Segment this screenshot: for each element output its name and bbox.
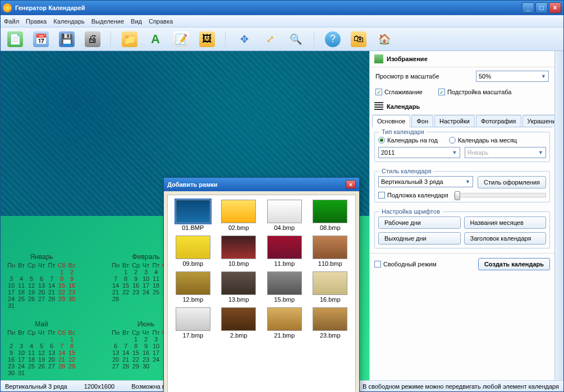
menu-view[interactable]: Вид xyxy=(131,18,142,25)
menu-file[interactable]: Файл xyxy=(4,18,19,25)
add-folder-icon[interactable]: 📁 xyxy=(122,31,137,47)
shop-icon[interactable]: 🛍 xyxy=(351,31,366,47)
status-dim: 1200x1600 xyxy=(84,383,114,390)
add-frames-dialog: Добавить рамки× 01.BMP02.bmp04.bmp08.bmp… xyxy=(163,177,360,392)
month-preview: МайПнВтСрЧтПтСбВс12345678910111213141516… xyxy=(6,320,77,376)
smoothing-checkbox[interactable]: ✓Сглаживание xyxy=(375,89,423,95)
tab-main[interactable]: Основное xyxy=(372,115,410,127)
workdays-button[interactable]: Рабочие дни xyxy=(378,216,461,229)
style-design-button[interactable]: Стиль оформления xyxy=(478,176,546,188)
new-calendar-icon[interactable]: 📅 xyxy=(33,31,49,47)
frame-thumb[interactable]: 08.bmp xyxy=(310,200,351,231)
thumb-label: 08.bmp xyxy=(320,224,341,231)
month-select: Январь▼ xyxy=(465,147,547,158)
title-bar: Генератор Календарей _ □ × xyxy=(1,1,563,15)
thumb-label: 110.bmp xyxy=(318,260,342,267)
close-button[interactable]: × xyxy=(549,2,561,13)
new-project-icon[interactable]: 📄 xyxy=(7,31,23,47)
home-icon[interactable]: 🏠 xyxy=(377,31,392,47)
year-select[interactable]: 2011▼ xyxy=(378,147,460,158)
dialog-close-button[interactable]: × xyxy=(346,180,356,189)
tab-decorations[interactable]: Украшения xyxy=(522,115,554,127)
frame-thumb[interactable]: 17.bmp xyxy=(172,307,214,339)
month-preview: ЯнварьПнВтСрЧтПтСбВс12345678910111213141… xyxy=(6,253,77,309)
weekends-button[interactable]: Выходные дни xyxy=(378,232,461,245)
thumb-label: 04.bmp xyxy=(274,224,295,231)
frame-thumb[interactable]: 02.bmp xyxy=(218,200,260,231)
image-header: Изображение xyxy=(387,56,428,62)
thumb-label: 21.bmp xyxy=(274,332,295,339)
status-style: Вертикальный 3 ряда xyxy=(5,383,67,390)
menu-calendar[interactable]: Календарь xyxy=(53,18,85,25)
separator-icon xyxy=(225,31,226,47)
frame-thumb[interactable]: 23.bmp xyxy=(310,307,351,339)
tab-settings[interactable]: Настройки xyxy=(434,115,475,127)
resize-icon[interactable]: ⤢ xyxy=(262,31,278,47)
save-icon[interactable]: 💾 xyxy=(59,31,75,47)
dialog-title: Добавить рамки xyxy=(167,181,218,188)
radio-year[interactable]: Календарь на год xyxy=(378,137,438,144)
thumb-label: 17.bmp xyxy=(182,332,203,339)
app-icon xyxy=(3,3,12,12)
zoom-icon[interactable]: 🔍 xyxy=(288,31,304,47)
thumb-label: 12.bmp xyxy=(182,296,203,303)
scale-label: Просмотр в масштабе xyxy=(375,73,471,80)
thumb-label: 13.bmp xyxy=(228,296,249,303)
scale-select[interactable]: 50%▼ xyxy=(476,71,549,82)
menu-help[interactable]: Справка xyxy=(149,18,173,25)
vertical-scrollbar[interactable] xyxy=(554,51,563,380)
frame-thumb[interactable]: 01.BMP xyxy=(172,200,214,231)
frame-thumb[interactable]: 21.bmp xyxy=(264,307,305,339)
right-panel: Изображение Просмотр в масштабе 50%▼ ✓Сг… xyxy=(369,51,554,380)
help-icon[interactable]: ? xyxy=(325,31,341,47)
frame-thumb[interactable]: 11.bmp xyxy=(264,236,305,267)
toolbar: 📄 📅 💾 🖨 📁 A 📝 🖼 ✥ ⤢ 🔍 ? 🛍 🏠 xyxy=(1,27,563,51)
image-icon xyxy=(374,54,383,63)
tab-background[interactable]: Фон xyxy=(411,115,433,127)
edit-page-icon[interactable]: 📝 xyxy=(173,31,189,47)
freemode-checkbox[interactable]: Свободный режим xyxy=(374,261,437,268)
frame-thumb[interactable]: 09.bmp xyxy=(172,236,214,267)
frame-thumb[interactable]: 15.bmp xyxy=(264,271,305,303)
minimize-button[interactable]: _ xyxy=(522,2,534,13)
add-image-icon[interactable]: 🖼 xyxy=(199,31,215,47)
style-legend: Стиль календаря xyxy=(379,168,434,174)
thumb-label: 2.bmp xyxy=(230,332,247,339)
frame-thumb[interactable]: 2.bmp xyxy=(218,307,260,339)
menu-edit[interactable]: Правка xyxy=(26,18,47,25)
calendar-header: Календарь xyxy=(387,103,420,110)
move-icon[interactable]: ✥ xyxy=(236,31,252,47)
frame-thumb[interactable]: 16.bmp xyxy=(310,271,351,303)
fit-checkbox[interactable]: ✓Подстройка масштаба xyxy=(438,89,512,95)
grid-icon xyxy=(374,102,383,111)
frame-thumb[interactable]: 13.bmp xyxy=(218,271,260,303)
window-title: Генератор Календарей xyxy=(15,4,521,11)
separator-icon xyxy=(111,31,112,47)
create-calendar-button[interactable]: Создать календарь xyxy=(478,258,550,270)
fonts-legend: Настройка шрифтов xyxy=(379,208,442,215)
radio-month[interactable]: Календарь на месяц xyxy=(449,137,517,144)
frame-thumb[interactable]: 110.bmp xyxy=(310,236,351,267)
frame-thumb[interactable]: 12.bmp xyxy=(172,271,214,303)
type-legend: Тип календаря xyxy=(379,128,427,135)
thumb-label: 09.bmp xyxy=(182,260,203,267)
print-icon[interactable]: 🖨 xyxy=(85,31,100,47)
thumb-label: 10.bmp xyxy=(228,260,249,267)
menu-bar: Файл Правка Календарь Выделение Вид Спра… xyxy=(1,15,563,27)
menu-selection[interactable]: Выделение xyxy=(91,18,124,25)
status-free: В свободном режиме можно передвигать люб… xyxy=(363,383,559,390)
thumb-label: 15.bmp xyxy=(274,296,295,303)
separator-icon xyxy=(314,31,315,47)
style-select[interactable]: Вертикальный 3 ряда▼ xyxy=(378,176,473,187)
frame-thumb[interactable]: 04.bmp xyxy=(264,200,305,231)
monthnames-button[interactable]: Названия месяцев xyxy=(464,216,547,229)
tab-photo[interactable]: Фотография xyxy=(476,115,521,127)
maximize-button[interactable]: □ xyxy=(535,2,548,13)
thumb-label: 02.bmp xyxy=(228,224,249,231)
underlay-checkbox[interactable]: Подложка календаря xyxy=(378,192,448,199)
add-text-icon[interactable]: A xyxy=(148,31,163,47)
frame-thumb[interactable]: 10.bmp xyxy=(218,236,260,267)
underlay-slider[interactable] xyxy=(454,193,546,197)
thumb-label: 16.bmp xyxy=(320,296,341,303)
caltitle-button[interactable]: Заголовок календаря xyxy=(464,232,547,245)
